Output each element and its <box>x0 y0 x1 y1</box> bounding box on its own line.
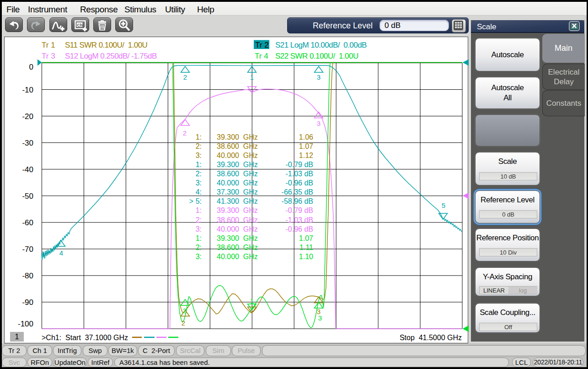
svg-text:2:: 2: <box>196 142 202 150</box>
svg-text:Tr 2: Tr 2 <box>255 41 269 49</box>
svg-text:-50: -50 <box>22 192 33 201</box>
svg-text:S11 SWR 0.100U/ 1.00U: S11 SWR 0.100U/ 1.00U <box>65 41 147 49</box>
svg-text:41.300 GHz: 41.300 GHz <box>217 197 258 205</box>
svg-text:2: 2 <box>183 307 187 315</box>
svg-text:> 5:: > 5: <box>189 197 202 205</box>
svg-text:37.300 GHz: 37.300 GHz <box>217 188 258 196</box>
svg-text:39.300 GHz: 39.300 GHz <box>217 206 258 214</box>
svg-text:-90: -90 <box>22 298 33 307</box>
svg-text:1: 1 <box>250 73 254 81</box>
svg-text:-30: -30 <box>22 139 33 147</box>
svg-text:-1.03 dB: -1.03 dB <box>286 216 313 224</box>
svg-text:39.300 GHz: 39.300 GHz <box>217 161 258 168</box>
svg-text:2: 2 <box>183 129 187 137</box>
svg-text:38.600 GHz: 38.600 GHz <box>217 244 258 251</box>
svg-text:39.300 GHz: 39.300 GHz <box>217 234 258 242</box>
svg-text:1: 1 <box>15 333 19 341</box>
svg-text:0: 0 <box>29 63 33 71</box>
svg-text:40.000 GHz: 40.000 GHz <box>217 253 258 260</box>
svg-text:-1.03 dB: -1.03 dB <box>286 170 313 178</box>
svg-text:1: 1 <box>250 297 254 305</box>
svg-text:-70: -70 <box>22 245 33 254</box>
svg-text:2:: 2: <box>196 244 202 251</box>
svg-text:-10: -10 <box>22 86 33 94</box>
svg-text:3: 3 <box>317 119 321 127</box>
svg-text:-80: -80 <box>22 271 33 280</box>
svg-text:1:: 1: <box>196 133 202 141</box>
svg-text:3: 3 <box>318 314 322 322</box>
svg-text:4:: 4: <box>196 188 202 196</box>
svg-text:39.300 GHz: 39.300 GHz <box>217 133 258 141</box>
svg-text:-60: -60 <box>22 218 33 227</box>
svg-text:1:: 1: <box>196 206 202 214</box>
svg-text:1.07: 1.07 <box>299 234 313 242</box>
svg-text:-58.96 dB: -58.96 dB <box>282 197 313 205</box>
svg-text:38.600 GHz: 38.600 GHz <box>217 142 258 150</box>
svg-text:2:: 2: <box>196 216 202 224</box>
svg-text:-0.79 dB: -0.79 dB <box>286 161 313 168</box>
svg-text:2:: 2: <box>196 170 202 178</box>
svg-text:2: 2 <box>182 319 185 327</box>
svg-text:40.000 GHz: 40.000 GHz <box>217 179 258 187</box>
svg-text:-0.96 dB: -0.96 dB <box>286 225 313 233</box>
svg-text:-0.96 dB: -0.96 dB <box>286 179 313 187</box>
svg-text:Tr 4: Tr 4 <box>255 52 268 60</box>
svg-text:-40: -40 <box>22 165 33 174</box>
svg-text:1.12: 1.12 <box>299 152 313 159</box>
svg-text:-20: -20 <box>22 112 33 121</box>
svg-text:40.000 GHz: 40.000 GHz <box>217 152 258 159</box>
svg-text:38.600 GHz: 38.600 GHz <box>217 170 258 178</box>
svg-text:40.000 GHz: 40.000 GHz <box>217 225 258 233</box>
svg-text:3:: 3: <box>196 253 202 260</box>
svg-text:1.10: 1.10 <box>299 253 313 260</box>
svg-text:S12 LogM 0.250dB/ -1.75dB: S12 LogM 0.250dB/ -1.75dB <box>65 52 157 60</box>
svg-text:Tr 1: Tr 1 <box>42 41 55 49</box>
svg-text:1.11: 1.11 <box>299 244 313 251</box>
svg-text:-100: -100 <box>18 320 33 328</box>
svg-text:-0.79 dB: -0.79 dB <box>286 206 313 214</box>
svg-text:Tr 3: Tr 3 <box>42 52 55 60</box>
svg-text:Stop 41.5000 GHz: Stop 41.5000 GHz <box>400 334 462 342</box>
svg-text:1.07: 1.07 <box>299 142 313 150</box>
svg-text:3:: 3: <box>196 179 202 187</box>
svg-text:3:: 3: <box>196 152 202 159</box>
svg-text:-66.35 dB: -66.35 dB <box>282 188 313 196</box>
svg-text:S22 SWR 0.100U/ 1.00U: S22 SWR 0.100U/ 1.00U <box>275 52 358 60</box>
svg-text:3:: 3: <box>196 225 202 233</box>
svg-text:1:: 1: <box>196 234 202 242</box>
svg-text:3: 3 <box>317 73 321 81</box>
svg-text:4: 4 <box>59 249 63 257</box>
svg-text:1.06: 1.06 <box>299 133 313 141</box>
svg-text:2: 2 <box>183 73 187 81</box>
svg-text:38.600 GHz: 38.600 GHz <box>217 216 258 224</box>
svg-text:>Ch1: Start 37.1000 GHz: >Ch1: Start 37.1000 GHz <box>42 334 128 342</box>
svg-text:5: 5 <box>442 201 445 209</box>
svg-text:S21 LogM 10.00dB/ 0.00dB: S21 LogM 10.00dB/ 0.00dB <box>275 41 367 49</box>
svg-text:1:: 1: <box>196 161 202 168</box>
